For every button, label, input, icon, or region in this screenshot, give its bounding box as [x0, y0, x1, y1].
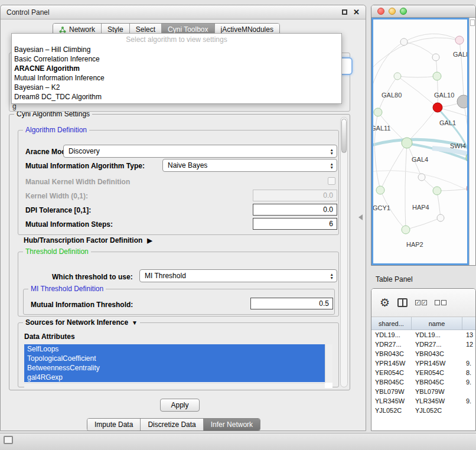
table-cell: YBR043C [412, 349, 462, 358]
algorithm-dropdown: Select algorithm to view settings Bayesi… [11, 33, 342, 104]
table-row[interactable]: YBR045CYBR045C9. [371, 377, 475, 387]
mi-steps-field[interactable]: 6 [253, 218, 337, 230]
table-cell: YDL19... [371, 330, 412, 340]
mi-threshold-field[interactable]: 0.5 [250, 298, 333, 309]
table-cell: YBR045C [371, 377, 412, 387]
dropdown-item-bayesian-k2[interactable]: Bayesian – K2 [12, 83, 341, 92]
mi-threshold-group: MI Threshold Definition Mutual Informati… [23, 289, 335, 315]
bottom-tab-impute-data[interactable]: Impute Data [87, 419, 141, 431]
close-icon[interactable]: ✕ [353, 9, 360, 16]
columns-icon[interactable] [397, 298, 407, 307]
table-cell: 8. [462, 368, 475, 377]
threshold-definition-group: Threshold Definition Which threshold to … [18, 252, 339, 317]
network-node[interactable] [455, 36, 464, 44]
minimized-panel-icon[interactable] [4, 436, 13, 444]
network-node[interactable] [402, 226, 410, 234]
table-cell: YLR345W [412, 396, 462, 406]
attribute-item-betweennesscentrality[interactable]: BetweennessCentrality [24, 363, 325, 373]
network-node[interactable] [394, 73, 401, 80]
table-row[interactable]: YPR145WYPR145W9. [371, 358, 475, 368]
network-node[interactable] [374, 108, 382, 116]
attribute-list[interactable]: SelfLoopsTopologicalCoefficientBetweenne… [24, 344, 332, 388]
dpi-tolerance-field[interactable]: 0.0 [253, 204, 337, 216]
table-row[interactable]: YJL052CYJL052C [371, 406, 475, 415]
mi-type-value: Naive Bayes [168, 161, 207, 169]
panel-collapse-arrow[interactable] [358, 214, 363, 220]
network-node[interactable] [433, 72, 441, 80]
attribute-list-hscrollbar[interactable] [24, 383, 325, 388]
float-window-icon[interactable] [342, 9, 347, 15]
column-header-shared[interactable]: shared... [371, 317, 412, 330]
network-node[interactable] [457, 95, 468, 108]
select-all-icon[interactable]: ✓ ✓ [415, 300, 427, 305]
tab-label: Style [107, 25, 123, 34]
dropdown-placeholder: Select algorithm to view settings [12, 34, 341, 45]
manual-kernel-label: Manual Kernel Width Definition [25, 178, 130, 186]
control-panel-titlebar[interactable]: Control Panel ✕ [1, 5, 366, 19]
table-cell: 12 [462, 340, 475, 349]
attribute-item-selfloops[interactable]: SelfLoops [24, 344, 325, 354]
dropdown-item-dream8-dc-tdc-algorithm[interactable]: Dream8 DC_TDC Algorithm [12, 92, 341, 102]
attribute-list-vscrollbar[interactable] [325, 344, 332, 383]
table-cell: 9. [462, 396, 475, 406]
network-scrollbar[interactable] [469, 18, 475, 265]
apply-button[interactable]: Apply [160, 399, 200, 412]
network-node[interactable] [418, 174, 425, 181]
mi-threshold-title: MI Threshold Definition [28, 285, 106, 293]
aracne-mode-combo[interactable]: Discovery ▲▼ [63, 145, 337, 158]
empty-box-icon [441, 300, 446, 305]
kernel-width-field: 0.0 [253, 190, 337, 201]
tab-label: Network [69, 25, 95, 34]
minimize-traffic-light[interactable] [389, 8, 396, 15]
bottom-tab-discretize-data[interactable]: Discretize Data [141, 419, 203, 431]
network-window-titlebar[interactable] [371, 5, 475, 18]
table-cell: YLR345W [371, 396, 412, 406]
window-title: Control Panel [6, 8, 50, 17]
dropdown-item-basic-correlation-inference[interactable]: Basic Correlation Inference [12, 54, 341, 64]
sources-section[interactable]: Sources for Network Inference ▼ [23, 318, 140, 327]
zoom-traffic-light[interactable] [400, 8, 407, 15]
dropdown-item-aracne-algorithm[interactable]: ARACNE Algorithm [12, 64, 341, 73]
network-node[interactable] [433, 103, 442, 112]
manual-kernel-checkbox[interactable] [328, 177, 335, 185]
deselect-all-icon[interactable] [435, 300, 446, 305]
network-node-label: HAP2 [406, 241, 423, 248]
empty-box-icon [435, 300, 440, 305]
gear-icon[interactable]: ⚙ [380, 297, 390, 308]
close-traffic-light[interactable] [377, 8, 384, 15]
network-node[interactable] [433, 187, 441, 195]
network-canvas[interactable]: GAL8GAL80GAL10GAL11GAL1SWI4GAL4GCY1HAP4Y… [371, 18, 469, 265]
bottom-tab-infer-network[interactable]: Infer Network [204, 419, 260, 431]
table-row[interactable]: YBL079WYBL079W [371, 387, 475, 396]
hub-definition-section[interactable]: Hub/Transcription Factor Definition ▶ [24, 236, 152, 244]
network-node-label: GAL10 [434, 92, 454, 99]
network-node[interactable] [437, 214, 444, 221]
mi-type-combo[interactable]: Naive Bayes ▲▼ [162, 159, 337, 172]
attribute-item-topologicalcoefficient[interactable]: TopologicalCoefficient [24, 354, 325, 363]
dropdown-item-bayesian-hill-climbing[interactable]: Bayesian – Hill Climbing [12, 45, 341, 54]
table-body: YDL19...YDL19...13YDR27...YDR27...12YBR0… [371, 330, 475, 431]
dropdown-item-mutual-information-inference[interactable]: Mutual Information Inference [12, 73, 341, 83]
network-node[interactable] [432, 54, 439, 61]
table-row[interactable]: YER054CYER054C8. [371, 368, 475, 377]
network-node[interactable] [400, 38, 407, 45]
collapsed-arrow-icon[interactable]: ▶ [147, 237, 152, 244]
network-scrollbar-button[interactable] [470, 19, 475, 26]
table-row[interactable]: YDL19...YDL19...13 [371, 330, 475, 340]
network-node[interactable] [467, 184, 468, 193]
network-node[interactable] [376, 186, 384, 194]
column-header-name[interactable]: name [412, 317, 462, 330]
column-header-col2[interactable] [462, 317, 476, 330]
which-threshold-combo[interactable]: MI Threshold ▲▼ [139, 269, 337, 282]
table-row[interactable]: YBR043CYBR043C [371, 349, 475, 358]
attribute-item-gal4rgexp[interactable]: gal4RGexp [24, 373, 325, 382]
table-row[interactable]: YLR345WYLR345W9. [371, 396, 475, 406]
kernel-width-label: Kernel Width (0,1): [25, 192, 88, 200]
threshold-definition-title: Threshold Definition [23, 247, 91, 256]
expanded-arrow-icon[interactable]: ▼ [132, 319, 138, 326]
table-row[interactable]: YDR27...YDR27...12 [371, 340, 475, 349]
settings-scrollbar-thumb[interactable] [341, 119, 347, 153]
mi-steps-label: Mutual Information Steps: [25, 220, 113, 229]
network-node[interactable] [402, 138, 412, 148]
settings-scrollbar[interactable] [340, 117, 348, 387]
